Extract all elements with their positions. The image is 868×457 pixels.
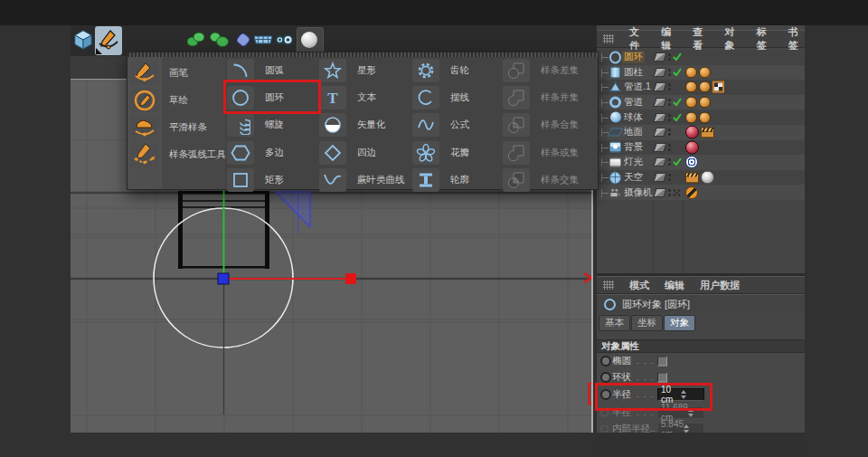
menu-item-pen[interactable]: 画笔 bbox=[127, 60, 225, 87]
layer-swatch[interactable] bbox=[653, 52, 666, 62]
menu-item-helix[interactable]: 螺旋 bbox=[227, 111, 319, 138]
layer-swatch[interactable] bbox=[653, 68, 666, 77]
tag-list[interactable] bbox=[685, 81, 724, 93]
object-name[interactable]: 地面 bbox=[624, 126, 643, 138]
menu-item-cogwheel[interactable]: 齿轮 bbox=[412, 57, 505, 84]
object-name[interactable]: 圆环 bbox=[622, 51, 645, 63]
visibility-dots[interactable] bbox=[668, 158, 671, 166]
menu-objects[interactable]: 对象 bbox=[725, 25, 741, 52]
visibility-dots[interactable] bbox=[668, 189, 671, 196]
tree-connector[interactable] bbox=[601, 148, 609, 148]
tree-connector[interactable] bbox=[601, 102, 609, 103]
panel-grip-icon[interactable] bbox=[603, 34, 614, 43]
menu-item-text[interactable]: T 文本 bbox=[319, 84, 411, 111]
tag-list[interactable] bbox=[685, 156, 698, 168]
tree-connector[interactable] bbox=[601, 72, 609, 73]
menu-item-n-side[interactable]: 多边 bbox=[227, 139, 319, 167]
tag-list[interactable] bbox=[685, 126, 714, 139]
menu-item-cycloid[interactable]: 摆线 bbox=[412, 84, 505, 111]
tab-coordinates[interactable]: 坐标 bbox=[631, 315, 663, 331]
menu-item-four-side[interactable]: 四边 bbox=[319, 139, 411, 167]
menu-edit[interactable]: 编辑 bbox=[665, 279, 684, 292]
object-name[interactable]: 背景 bbox=[624, 141, 643, 154]
center-handle-blue[interactable] bbox=[218, 273, 229, 284]
visibility-dots[interactable] bbox=[668, 53, 671, 61]
menu-item-flower[interactable]: 花瓣 bbox=[412, 139, 505, 167]
visibility-dots[interactable] bbox=[668, 129, 671, 136]
tab-object[interactable]: 对象 bbox=[664, 315, 695, 331]
layer-swatch[interactable] bbox=[653, 188, 666, 197]
menu-bookmarks[interactable]: 书签 bbox=[788, 25, 805, 52]
enable-check-icon[interactable] bbox=[673, 98, 682, 107]
object-name[interactable]: 管道.1 bbox=[624, 81, 651, 93]
object-name[interactable]: 管道 bbox=[624, 96, 643, 109]
tag-list[interactable] bbox=[685, 97, 711, 109]
stepper-arrows[interactable] bbox=[681, 390, 701, 399]
tree-connector[interactable] bbox=[601, 177, 609, 178]
visibility-dots[interactable] bbox=[668, 114, 671, 121]
object-row-tube[interactable]: 管道 bbox=[597, 95, 805, 110]
layer-swatch[interactable] bbox=[653, 143, 666, 152]
radius-field[interactable]: 10 cm bbox=[657, 388, 704, 401]
menu-item-sketch[interactable]: 草绘 bbox=[127, 87, 225, 114]
tag-list[interactable] bbox=[685, 66, 711, 78]
generator-green-icon[interactable] bbox=[185, 29, 207, 51]
object-row-sky[interactable]: 天空 bbox=[597, 170, 805, 186]
deformer-blue-icon[interactable] bbox=[232, 29, 254, 51]
object-name[interactable]: 灯光 bbox=[624, 156, 643, 168]
tree-connector[interactable] bbox=[601, 193, 609, 194]
visibility-dots[interactable] bbox=[668, 83, 671, 90]
menu-item-smooth-spline[interactable]: 平滑样条 bbox=[127, 114, 225, 141]
menu-item-cissoid[interactable]: 蕨叶类曲线 bbox=[319, 167, 411, 194]
tag-list[interactable] bbox=[685, 111, 711, 123]
object-name[interactable]: 摄像机 bbox=[624, 186, 653, 199]
keyframe-dot[interactable] bbox=[600, 372, 611, 383]
layer-swatch[interactable] bbox=[653, 157, 666, 167]
tree-connector[interactable] bbox=[601, 57, 609, 58]
keyframe-dot[interactable] bbox=[600, 356, 611, 367]
layer-swatch[interactable] bbox=[653, 173, 666, 182]
panel-grip-icon[interactable] bbox=[603, 281, 614, 290]
object-name[interactable]: 天空 bbox=[624, 171, 643, 184]
visibility-dots[interactable] bbox=[668, 174, 671, 181]
layer-swatch[interactable] bbox=[653, 82, 666, 91]
cube-primitive-icon[interactable] bbox=[72, 29, 94, 51]
menu-item-vectorizer[interactable]: 矢量化 bbox=[319, 111, 411, 138]
array-grid-icon[interactable] bbox=[252, 29, 274, 51]
visibility-dots[interactable] bbox=[668, 69, 671, 76]
menu-item-profile[interactable]: 轮廓 bbox=[412, 167, 505, 194]
menu-item-formula[interactable]: 公式 bbox=[412, 111, 505, 138]
crosshair-dots[interactable] bbox=[673, 188, 681, 196]
tag-list[interactable] bbox=[685, 171, 714, 185]
layer-swatch[interactable] bbox=[653, 98, 666, 107]
tree-connector[interactable] bbox=[601, 132, 609, 133]
x-handle-red[interactable] bbox=[345, 273, 356, 284]
tag-list[interactable] bbox=[685, 140, 699, 154]
tree-connector[interactable] bbox=[601, 118, 609, 119]
enable-check-icon[interactable] bbox=[673, 113, 682, 122]
visibility-dots[interactable] bbox=[668, 144, 671, 151]
object-row-circle[interactable]: 圆环 bbox=[597, 50, 805, 65]
menu-edit[interactable]: 编辑 bbox=[661, 25, 677, 52]
menu-mode[interactable]: 模式 bbox=[629, 279, 649, 292]
tree-connector[interactable] bbox=[601, 162, 609, 163]
ring-checkbox[interactable] bbox=[657, 373, 667, 383]
generator-green-icon-2[interactable] bbox=[209, 29, 231, 51]
menu-view[interactable]: 查看 bbox=[693, 25, 709, 52]
menu-file[interactable]: 文件 bbox=[629, 25, 646, 52]
lattice-rings-icon[interactable] bbox=[273, 29, 295, 51]
enable-check-icon[interactable] bbox=[673, 68, 682, 77]
object-name[interactable]: 圆柱 bbox=[624, 66, 643, 79]
menu-item-arc[interactable]: 圆弧 bbox=[227, 57, 319, 84]
object-row-cylinder[interactable]: 圆柱 bbox=[597, 65, 805, 81]
keyframe-dot[interactable] bbox=[600, 389, 611, 400]
floor-sphere-icon[interactable] bbox=[297, 27, 324, 54]
menu-item-star[interactable]: 星形 bbox=[319, 57, 411, 84]
tab-basic[interactable]: 基本 bbox=[599, 315, 630, 331]
object-row-floor[interactable]: 地面 bbox=[597, 125, 805, 140]
layer-swatch[interactable] bbox=[653, 113, 666, 122]
enable-check-icon[interactable] bbox=[673, 52, 682, 62]
enable-check-icon[interactable] bbox=[673, 157, 682, 167]
visibility-dots[interactable] bbox=[668, 99, 671, 106]
menu-item-spline-arc-tool[interactable]: 样条弧线工具 bbox=[127, 141, 225, 168]
